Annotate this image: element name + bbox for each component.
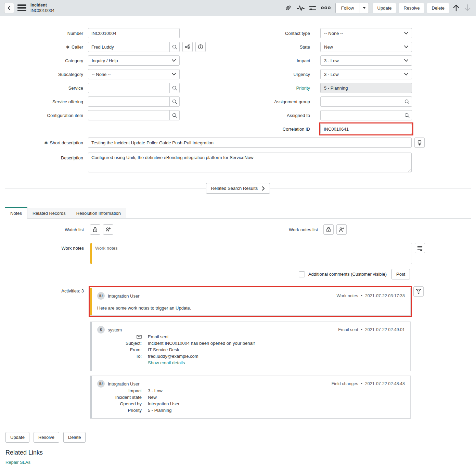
filter-activity-button[interactable] [413, 286, 424, 297]
assignment-group-lookup-button[interactable] [402, 96, 412, 107]
more-options-icon[interactable] [320, 5, 332, 11]
assignment-group-input[interactable] [320, 96, 402, 107]
avatar: IU [97, 380, 105, 388]
lock-icon [326, 227, 331, 232]
category-select[interactable]: Inquiry / Help [88, 55, 180, 66]
post-button[interactable]: Post [391, 269, 410, 279]
activity-pulse-icon[interactable] [295, 3, 306, 13]
state-select[interactable]: New [320, 42, 412, 52]
contact-type-label: Contact type [237, 31, 320, 36]
chevron-down-icon [404, 73, 408, 76]
org-chart-icon [185, 44, 190, 49]
envelope-icon [137, 335, 142, 339]
chevron-down-icon [172, 73, 176, 76]
activity-body: Here are some work notes to trigger an U… [97, 305, 405, 311]
activity-entry-email-sent: S system Email sent • 2021-07-22 02:49:0… [90, 322, 411, 371]
related-search-results-button[interactable]: Related Search Results [206, 183, 270, 194]
work-notes-label: Work notes [5, 243, 90, 251]
activity-author[interactable]: Integration User [108, 293, 140, 299]
incident-form: Number ✱Caller Category Inquiry / Help [0, 16, 476, 187]
change-value: New [148, 394, 157, 401]
resolve-button-footer[interactable]: Resolve [34, 432, 59, 443]
contact-type-select[interactable]: -- None -- [320, 28, 412, 38]
email-subject-label: Subject: [97, 340, 148, 346]
suggestion-lightbulb-button[interactable] [414, 138, 425, 148]
follow-button[interactable]: Follow [335, 3, 360, 13]
number-input[interactable] [88, 28, 180, 38]
email-from-value: IT Service Desk [148, 346, 179, 353]
repair-slas-link[interactable]: Repair SLAs [5, 460, 30, 465]
attachment-icon[interactable] [283, 3, 293, 13]
search-icon [404, 113, 410, 118]
tab-resolution-information[interactable]: Resolution Information [71, 208, 126, 218]
service-offering-label: Service offering [4, 99, 88, 104]
resolve-button-header[interactable]: Resolve [399, 3, 424, 13]
watch-list-lock-button[interactable] [90, 224, 100, 235]
assigned-to-input[interactable] [320, 110, 402, 120]
short-description-input[interactable] [88, 138, 412, 148]
service-input[interactable] [88, 83, 170, 93]
personalize-form-icon[interactable] [308, 3, 318, 13]
configuration-item-input[interactable] [88, 110, 170, 120]
caller-input[interactable] [88, 42, 170, 52]
impact-select[interactable]: 3 - Low [320, 55, 412, 66]
subcategory-select[interactable]: -- None -- [88, 69, 180, 79]
scroll-down-icon[interactable] [463, 3, 472, 13]
back-button[interactable] [4, 3, 14, 13]
tab-notes[interactable]: Notes [5, 207, 27, 219]
service-offering-input[interactable] [88, 96, 170, 107]
caller-preview-button[interactable] [195, 42, 206, 52]
work-notes-textarea[interactable] [92, 243, 412, 264]
chevron-down-icon [404, 32, 408, 35]
search-icon [404, 99, 410, 104]
work-notes-list-add-person-button[interactable] [336, 224, 347, 235]
update-button-footer[interactable]: Update [5, 432, 29, 443]
scroll-up-icon[interactable] [452, 3, 461, 13]
activity-stream-icon [417, 245, 423, 251]
activity-entry-work-notes: IU Integration User Work notes • 2021-07… [90, 288, 411, 316]
description-textarea[interactable]: Configured using Unifi, the definitive e… [88, 153, 412, 172]
delete-button-footer[interactable]: Delete [63, 432, 86, 443]
activity-author[interactable]: Integration User [108, 381, 140, 387]
change-field: Incident state [97, 394, 148, 401]
change-value: 3 - Low [148, 388, 163, 394]
configuration-item-lookup-button[interactable] [169, 110, 180, 120]
activity-timestamp: 2021-07-22 02:49:01 [365, 327, 405, 332]
meta-separator: • [361, 381, 362, 386]
change-value: 5 - Planning [148, 407, 171, 414]
email-from-label: From: [97, 346, 148, 353]
additional-comments-checkbox[interactable] [299, 271, 305, 277]
follow-dropdown-button[interactable] [360, 3, 369, 13]
additional-actions-menu-icon[interactable] [17, 4, 26, 11]
priority-readonly-field: 5 - Planning [320, 83, 412, 93]
service-lookup-button[interactable] [169, 83, 180, 93]
additional-comments-label: Additional comments (Customer visible) [308, 272, 387, 277]
update-button-header[interactable]: Update [373, 3, 397, 13]
assigned-to-lookup-button[interactable] [402, 110, 412, 120]
watch-list-add-person-button[interactable] [103, 224, 113, 235]
service-offering-lookup-button[interactable] [169, 96, 180, 107]
work-notes-list-lock-button[interactable] [323, 224, 334, 235]
funnel-icon [416, 289, 421, 295]
priority-link[interactable]: Priority [296, 86, 310, 91]
search-icon [172, 99, 177, 104]
activity-author[interactable]: system [108, 327, 122, 332]
correlation-id-input[interactable] [320, 124, 412, 134]
category-label: Category [4, 58, 88, 63]
search-icon [172, 86, 177, 91]
caller-show-related-button[interactable] [182, 42, 193, 52]
show-email-details-link[interactable]: Show email details [148, 359, 185, 366]
caller-lookup-button[interactable] [169, 42, 180, 52]
avatar: IU [97, 292, 105, 300]
tab-related-records[interactable]: Related Records [27, 208, 71, 218]
form-header: Incident INC0010004 Follow Update Resolv… [0, 0, 476, 16]
toggle-activity-stream-button[interactable] [415, 243, 425, 253]
record-tabs: Notes Related Records Resolution Informa… [5, 207, 471, 218]
activity-type: Work notes [337, 293, 358, 298]
assignment-group-label: Assignment group [237, 99, 320, 104]
email-to-label: To: [97, 353, 148, 359]
urgency-select[interactable]: 3 - Low [320, 69, 412, 79]
work-notes-field [90, 243, 412, 264]
delete-button-header[interactable]: Delete [427, 3, 449, 13]
activity-timestamp: 2021-07-22 03:17:38 [365, 293, 405, 298]
